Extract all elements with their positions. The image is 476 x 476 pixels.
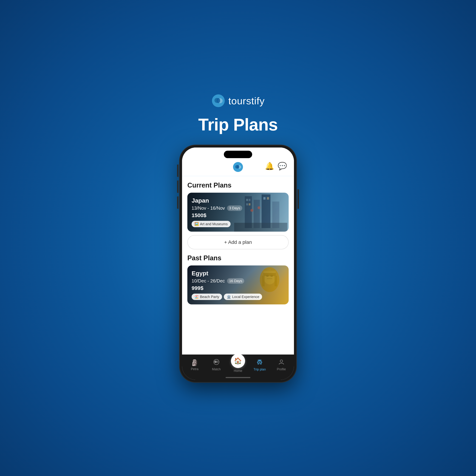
brand-row: tourstify [211,94,265,108]
tripplan-label: Trip plan [254,368,266,371]
brand-name: tourstify [228,95,265,107]
japan-destination: Japan [192,197,284,204]
match-icon [213,359,220,366]
page-title: Trip Plans [198,115,278,135]
japan-tags: 🖼️ Art and Museums [192,221,284,227]
art-museums-emoji: 🖼️ [194,222,199,226]
home-icon: 🏠 [234,357,242,365]
past-plans-title: Past Plans [187,254,289,262]
egypt-price: 999$ [192,285,284,291]
phone-frame: 🔔 💬 Current Plans [180,145,296,382]
svg-point-34 [216,360,219,363]
egypt-card-content: Egypt 10/Dec - 26/Dec 16 Days 999$ 🏖️ Be… [187,265,289,305]
current-plans-title: Current Plans [187,182,289,189]
home-circle-button[interactable]: 🏠 [231,354,245,368]
japan-dates-row: 13/Nov - 16/Nov 3 Days [192,205,284,211]
header-icons: 🔔 💬 [265,162,287,170]
petra-label: Petra [191,367,199,371]
profile-icon [278,359,284,366]
local-exp-label: Local Experience [232,295,259,299]
home-label: Home [234,369,242,373]
tripplan-icon [256,359,263,367]
petra-icon: 🗿 [191,359,198,366]
svg-point-7 [237,165,239,169]
japan-price: 1500$ [192,212,284,218]
page-header: tourstify Trip Plans [198,94,278,135]
app-content[interactable]: Current Plans [182,176,294,355]
nav-item-tripplan[interactable]: Trip plan [253,359,267,371]
home-indicator [182,377,294,380]
japan-tag-art: 🖼️ Art and Museums [192,221,231,227]
local-exp-emoji: 🏛️ [227,295,231,299]
notification-icon[interactable]: 🔔 [265,162,274,170]
nav-item-petra[interactable]: 🗿 Petra [187,359,202,371]
svg-point-35 [280,360,283,362]
dynamic-island [224,151,252,158]
beach-party-emoji: 🏖️ [194,295,199,299]
app-logo-icon [233,162,243,172]
add-plan-button[interactable]: + Add a plan [187,235,289,249]
egypt-tag-local: 🏛️ Local Experience [224,294,262,300]
bottom-nav: 🗿 Petra Match 🏠 Home [182,355,294,377]
japan-duration: 3 Days [227,205,242,211]
brand-logo-icon [211,94,225,108]
japan-plan-card[interactable]: Japan 13/Nov - 16/Nov 3 Days 1500$ 🖼️ Ar… [187,193,289,232]
match-label: Match [212,367,221,371]
egypt-tags: 🏖️ Beach Party 🏛️ Local Experience [192,294,284,300]
message-icon[interactable]: 💬 [278,162,287,170]
egypt-dates-row: 10/Dec - 26/Dec 16 Days [192,278,284,284]
egypt-dates: 10/Dec - 26/Dec [192,278,225,284]
egypt-plan-card[interactable]: Egypt 10/Dec - 26/Dec 16 Days 999$ 🏖️ Be… [187,265,289,305]
nav-item-home[interactable]: 🏠 Home [231,357,245,373]
egypt-tag-beach: 🏖️ Beach Party [192,294,222,300]
japan-card-content: Japan 13/Nov - 16/Nov 3 Days 1500$ 🖼️ Ar… [187,193,289,232]
profile-label: Profile [277,367,286,371]
home-bar [226,377,250,378]
svg-point-3 [217,98,220,103]
nav-item-match[interactable]: Match [209,359,223,371]
phone-screen: 🔔 💬 Current Plans [182,148,294,380]
nav-item-profile[interactable]: Profile [274,359,289,371]
japan-dates: 13/Nov - 16/Nov [192,205,225,211]
egypt-destination: Egypt [192,270,284,277]
beach-party-label: Beach Party [200,295,219,299]
egypt-duration: 16 Days [227,278,244,284]
art-museums-label: Art and Museums [200,222,228,226]
